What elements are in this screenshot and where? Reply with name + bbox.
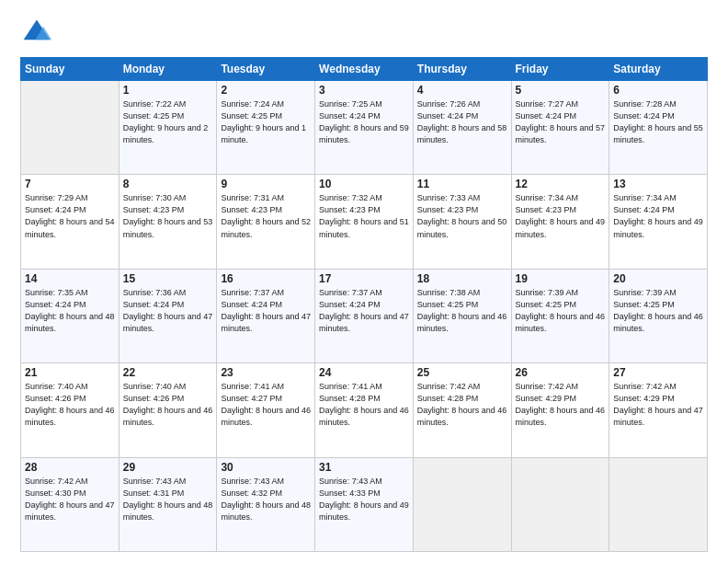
day-header-friday: Friday: [511, 58, 609, 81]
day-info: Sunrise: 7:34 AMSunset: 4:23 PMDaylight:…: [516, 192, 606, 240]
day-info: Sunrise: 7:24 AMSunset: 4:25 PMDaylight:…: [221, 98, 311, 146]
calendar-cell: 30Sunrise: 7:43 AMSunset: 4:32 PMDayligh…: [217, 457, 315, 551]
day-number: 15: [123, 272, 213, 285]
calendar-week-4: 21Sunrise: 7:40 AMSunset: 4:26 PMDayligh…: [21, 363, 708, 457]
calendar-cell: 1Sunrise: 7:22 AMSunset: 4:25 PMDaylight…: [119, 81, 217, 175]
day-info: Sunrise: 7:37 AMSunset: 4:24 PMDaylight:…: [221, 287, 311, 335]
day-number: 16: [221, 272, 311, 285]
calendar-cell: 2Sunrise: 7:24 AMSunset: 4:25 PMDaylight…: [217, 81, 315, 175]
calendar-cell: 10Sunrise: 7:32 AMSunset: 4:23 PMDayligh…: [315, 175, 414, 269]
page: SundayMondayTuesdayWednesdayThursdayFrid…: [0, 0, 728, 563]
calendar-cell: 25Sunrise: 7:42 AMSunset: 4:28 PMDayligh…: [413, 363, 511, 457]
day-number: 27: [613, 366, 703, 379]
day-header-monday: Monday: [119, 58, 217, 81]
day-header-tuesday: Tuesday: [217, 58, 315, 81]
day-info: Sunrise: 7:34 AMSunset: 4:24 PMDaylight:…: [613, 192, 703, 240]
day-number: 2: [221, 84, 311, 97]
calendar-cell: 22Sunrise: 7:40 AMSunset: 4:26 PMDayligh…: [119, 363, 217, 457]
calendar-cell: [609, 457, 708, 551]
calendar-week-3: 14Sunrise: 7:35 AMSunset: 4:24 PMDayligh…: [21, 269, 708, 362]
calendar-cell: 31Sunrise: 7:43 AMSunset: 4:33 PMDayligh…: [315, 457, 414, 551]
day-number: 10: [319, 178, 409, 190]
day-info: Sunrise: 7:22 AMSunset: 4:25 PMDaylight:…: [123, 98, 213, 146]
day-number: 31: [319, 461, 409, 474]
day-info: Sunrise: 7:35 AMSunset: 4:24 PMDaylight:…: [25, 287, 115, 335]
day-info: Sunrise: 7:42 AMSunset: 4:29 PMDaylight:…: [613, 381, 703, 429]
day-header-wednesday: Wednesday: [315, 58, 414, 81]
day-number: 5: [516, 84, 606, 97]
day-number: 12: [516, 178, 606, 190]
day-info: Sunrise: 7:42 AMSunset: 4:29 PMDaylight:…: [516, 381, 606, 429]
day-info: Sunrise: 7:38 AMSunset: 4:25 PMDaylight:…: [417, 287, 507, 335]
header: [20, 17, 708, 50]
day-info: Sunrise: 7:31 AMSunset: 4:23 PMDaylight:…: [221, 192, 311, 240]
day-info: Sunrise: 7:29 AMSunset: 4:24 PMDaylight:…: [25, 192, 115, 240]
calendar-cell: 23Sunrise: 7:41 AMSunset: 4:27 PMDayligh…: [217, 363, 315, 457]
calendar-cell: 6Sunrise: 7:28 AMSunset: 4:24 PMDaylight…: [609, 81, 708, 175]
day-number: 7: [25, 178, 115, 190]
day-number: 28: [25, 461, 115, 474]
calendar-cell: 11Sunrise: 7:33 AMSunset: 4:23 PMDayligh…: [413, 175, 511, 269]
day-info: Sunrise: 7:40 AMSunset: 4:26 PMDaylight:…: [25, 381, 115, 429]
day-number: 4: [417, 84, 507, 97]
calendar-cell: 26Sunrise: 7:42 AMSunset: 4:29 PMDayligh…: [511, 363, 609, 457]
day-info: Sunrise: 7:28 AMSunset: 4:24 PMDaylight:…: [613, 98, 703, 146]
day-info: Sunrise: 7:43 AMSunset: 4:32 PMDaylight:…: [221, 476, 311, 523]
day-info: Sunrise: 7:40 AMSunset: 4:26 PMDaylight:…: [123, 381, 213, 429]
day-info: Sunrise: 7:36 AMSunset: 4:24 PMDaylight:…: [123, 287, 213, 335]
day-info: Sunrise: 7:39 AMSunset: 4:25 PMDaylight:…: [613, 287, 703, 335]
day-number: 8: [123, 178, 213, 190]
calendar-cell: 27Sunrise: 7:42 AMSunset: 4:29 PMDayligh…: [609, 363, 708, 457]
calendar-cell: 8Sunrise: 7:30 AMSunset: 4:23 PMDaylight…: [119, 175, 217, 269]
calendar-cell: [413, 457, 511, 551]
day-number: 22: [123, 366, 213, 379]
calendar-cell: 3Sunrise: 7:25 AMSunset: 4:24 PMDaylight…: [315, 81, 414, 175]
calendar-cell: [511, 457, 609, 551]
day-info: Sunrise: 7:32 AMSunset: 4:23 PMDaylight:…: [319, 192, 409, 240]
day-number: 17: [319, 272, 409, 285]
day-info: Sunrise: 7:25 AMSunset: 4:24 PMDaylight:…: [319, 98, 409, 146]
calendar-cell: 21Sunrise: 7:40 AMSunset: 4:26 PMDayligh…: [21, 363, 119, 457]
calendar-week-5: 28Sunrise: 7:42 AMSunset: 4:30 PMDayligh…: [21, 457, 708, 551]
calendar-cell: 16Sunrise: 7:37 AMSunset: 4:24 PMDayligh…: [217, 269, 315, 362]
day-number: 23: [221, 366, 311, 379]
calendar-week-2: 7Sunrise: 7:29 AMSunset: 4:24 PMDaylight…: [21, 175, 708, 269]
day-info: Sunrise: 7:26 AMSunset: 4:24 PMDaylight:…: [417, 98, 507, 146]
day-number: 21: [25, 366, 115, 379]
calendar-cell: 4Sunrise: 7:26 AMSunset: 4:24 PMDaylight…: [413, 81, 511, 175]
day-info: Sunrise: 7:33 AMSunset: 4:23 PMDaylight:…: [417, 192, 507, 240]
calendar-cell: 24Sunrise: 7:41 AMSunset: 4:28 PMDayligh…: [315, 363, 414, 457]
day-number: 6: [613, 84, 703, 97]
day-number: 24: [319, 366, 409, 379]
day-number: 26: [516, 366, 606, 379]
day-info: Sunrise: 7:42 AMSunset: 4:30 PMDaylight:…: [25, 476, 115, 523]
day-number: 29: [123, 461, 213, 474]
calendar-cell: 9Sunrise: 7:31 AMSunset: 4:23 PMDaylight…: [217, 175, 315, 269]
day-info: Sunrise: 7:30 AMSunset: 4:23 PMDaylight:…: [123, 192, 213, 240]
day-number: 14: [25, 272, 115, 285]
day-number: 20: [613, 272, 703, 285]
day-number: 25: [417, 366, 507, 379]
calendar-cell: 5Sunrise: 7:27 AMSunset: 4:24 PMDaylight…: [511, 81, 609, 175]
day-number: 13: [613, 178, 703, 190]
calendar-cell: 14Sunrise: 7:35 AMSunset: 4:24 PMDayligh…: [21, 269, 119, 362]
day-info: Sunrise: 7:41 AMSunset: 4:27 PMDaylight:…: [221, 381, 311, 429]
day-number: 30: [221, 461, 311, 474]
day-info: Sunrise: 7:37 AMSunset: 4:24 PMDaylight:…: [319, 287, 409, 335]
calendar-table: SundayMondayTuesdayWednesdayThursdayFrid…: [20, 57, 708, 552]
day-number: 3: [319, 84, 409, 97]
day-number: 1: [123, 84, 213, 97]
day-info: Sunrise: 7:39 AMSunset: 4:25 PMDaylight:…: [516, 287, 606, 335]
day-info: Sunrise: 7:27 AMSunset: 4:24 PMDaylight:…: [516, 98, 606, 146]
day-info: Sunrise: 7:43 AMSunset: 4:33 PMDaylight:…: [319, 476, 409, 523]
calendar-cell: 7Sunrise: 7:29 AMSunset: 4:24 PMDaylight…: [21, 175, 119, 269]
day-number: 9: [221, 178, 311, 190]
day-header-thursday: Thursday: [413, 58, 511, 81]
day-number: 11: [417, 178, 507, 190]
calendar-cell: 15Sunrise: 7:36 AMSunset: 4:24 PMDayligh…: [119, 269, 217, 362]
calendar-cell: 19Sunrise: 7:39 AMSunset: 4:25 PMDayligh…: [511, 269, 609, 362]
calendar-cell: 17Sunrise: 7:37 AMSunset: 4:24 PMDayligh…: [315, 269, 414, 362]
calendar-header-row: SundayMondayTuesdayWednesdayThursdayFrid…: [21, 58, 708, 81]
calendar-cell: 18Sunrise: 7:38 AMSunset: 4:25 PMDayligh…: [413, 269, 511, 362]
day-header-sunday: Sunday: [21, 58, 119, 81]
